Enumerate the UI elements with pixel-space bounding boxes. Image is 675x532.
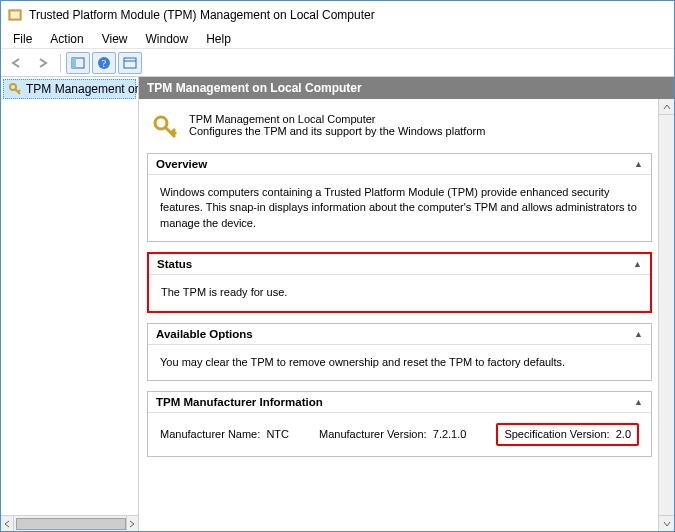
properties-button[interactable] [118,52,142,74]
scroll-track[interactable] [14,516,126,531]
menu-help[interactable]: Help [198,30,239,48]
svg-text:?: ? [102,58,107,69]
tree-item-label: TPM Management on Local Computer [26,82,139,96]
section-mfr-title: TPM Manufacturer Information [156,396,323,408]
tree-pane: TPM Management on Local Computer [1,77,139,531]
section-status-header[interactable]: Status ▲ [149,254,650,275]
nav-forward-button[interactable] [31,52,55,74]
menu-bar: File Action View Window Help [1,29,674,49]
key-icon [8,82,22,96]
scroll-up-icon[interactable] [659,99,674,115]
toolbar: ? [1,49,674,77]
content-body: TPM Management on Local Computer Configu… [139,99,674,531]
section-status-title: Status [157,258,192,270]
scroll-thumb[interactable] [16,518,126,530]
show-hide-tree-button[interactable] [66,52,90,74]
tree-item-tpm-management[interactable]: TPM Management on Local Computer [3,79,136,99]
nav-back-button[interactable] [5,52,29,74]
manufacturer-version: Manufacturer Version: 7.2.1.0 [319,427,466,442]
key-large-icon [151,113,179,141]
section-options-header[interactable]: Available Options ▲ [148,324,651,345]
specification-version: Specification Version: 2.0 [496,423,639,446]
collapse-icon: ▲ [633,259,642,269]
svg-rect-1 [11,12,19,18]
tree-horizontal-scrollbar[interactable] [1,515,138,531]
section-mfr-header[interactable]: TPM Manufacturer Information ▲ [148,392,651,413]
content-vertical-scrollbar[interactable] [658,99,674,531]
scroll-left-icon[interactable] [1,516,14,531]
section-status: Status ▲ The TPM is ready for use. [147,252,652,312]
intro-text: TPM Management on Local Computer Configu… [189,113,485,141]
manufacturer-row: Manufacturer Name: NTC Manufacturer Vers… [160,423,639,446]
section-status-body: The TPM is ready for use. [149,275,650,310]
menu-window[interactable]: Window [138,30,197,48]
scroll-track[interactable] [659,115,674,515]
section-overview: Overview ▲ Windows computers containing … [147,153,652,242]
manufacturer-version-label: Manufacturer Version: [319,428,427,440]
menu-view[interactable]: View [94,30,136,48]
collapse-icon: ▲ [634,159,643,169]
intro-title: TPM Management on Local Computer [189,113,485,125]
content-pane-header: TPM Management on Local Computer [139,77,674,99]
window-title: Trusted Platform Module (TPM) Management… [29,8,375,22]
intro-block: TPM Management on Local Computer Configu… [147,105,652,153]
svg-rect-3 [72,58,76,68]
specification-version-label: Specification Version: [504,428,609,440]
section-overview-body: Windows computers containing a Trusted P… [148,175,651,241]
section-overview-header[interactable]: Overview ▲ [148,154,651,175]
toolbar-separator [60,54,61,72]
content-pane: TPM Management on Local Computer TPM Man… [139,77,674,531]
scroll-right-icon[interactable] [126,516,139,531]
section-options-title: Available Options [156,328,253,340]
collapse-icon: ▲ [634,329,643,339]
manufacturer-version-value: 7.2.1.0 [433,428,467,440]
section-manufacturer-info: TPM Manufacturer Information ▲ Manufactu… [147,391,652,457]
manufacturer-name-value: NTC [266,428,289,440]
manufacturer-name: Manufacturer Name: NTC [160,427,289,442]
specification-version-value: 2.0 [616,428,631,440]
menu-file[interactable]: File [5,30,40,48]
app-icon [7,7,23,23]
svg-rect-6 [124,58,136,68]
help-button[interactable]: ? [92,52,116,74]
scroll-down-icon[interactable] [659,515,674,531]
collapse-icon: ▲ [634,397,643,407]
manufacturer-name-label: Manufacturer Name: [160,428,260,440]
section-mfr-body: Manufacturer Name: NTC Manufacturer Vers… [148,413,651,456]
section-overview-title: Overview [156,158,207,170]
main-body: TPM Management on Local Computer TPM Man… [1,77,674,531]
intro-subtitle: Configures the TPM and its support by th… [189,125,485,137]
section-options-body: You may clear the TPM to remove ownershi… [148,345,651,380]
section-available-options: Available Options ▲ You may clear the TP… [147,323,652,381]
menu-action[interactable]: Action [42,30,91,48]
title-bar: Trusted Platform Module (TPM) Management… [1,1,674,29]
